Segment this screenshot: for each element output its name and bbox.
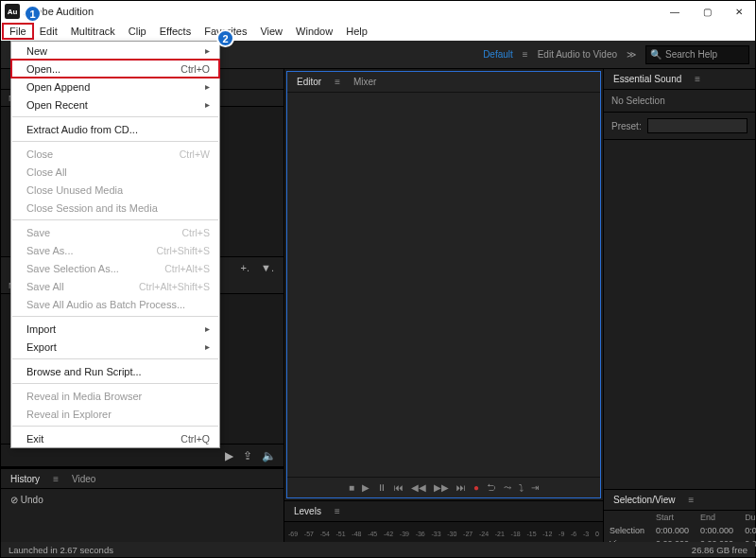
transport-btn-3[interactable]: ⏮ [394, 482, 404, 493]
ess-preset-label: Preset: [611, 121, 642, 131]
transport-btn-2[interactable]: ⏸ [377, 482, 387, 493]
menu-help[interactable]: Help [339, 24, 374, 39]
search-placeholder: Search Help [665, 49, 717, 60]
tab-mixer[interactable]: Mixer [353, 77, 376, 87]
menu-item-label: Export [26, 341, 205, 353]
workspace-more-icon[interactable]: ≫ [627, 49, 636, 60]
annotation-1: 1 [24, 5, 42, 23]
submenu-arrow-icon: ▸ [205, 81, 210, 92]
app-icon: Au [5, 4, 20, 19]
menu-item-open[interactable]: Open...Ctrl+O [11, 60, 219, 78]
menu-item-export[interactable]: Export▸ [11, 338, 219, 356]
transport-btn-0[interactable]: ■ [349, 482, 354, 493]
menu-clip[interactable]: Clip [122, 24, 153, 39]
submenu-arrow-icon: ▸ [205, 323, 210, 334]
selview-menu-icon[interactable]: ≡ [688, 495, 694, 505]
menu-item-browse-and-run-script[interactable]: Browse and Run Script... [11, 362, 219, 380]
menu-item-new[interactable]: New▸ [11, 42, 219, 60]
ruler-tick: -30 [447, 531, 456, 542]
play-icon[interactable]: ▶ [225, 449, 233, 462]
levels-ruler: -69-57-54-51-48-45-42-39-36-33-30-27-24-… [284, 531, 603, 542]
ess-preset-select[interactable] [647, 118, 747, 133]
search-input[interactable]: 🔍 Search Help [645, 45, 749, 64]
app-title: Adobe Audition [24, 6, 659, 17]
transport-btn-8[interactable]: ⮌ [487, 482, 496, 493]
tab-essential-sound[interactable]: Essential Sound [613, 74, 681, 84]
transport-btn-9[interactable]: ⤳ [504, 482, 511, 493]
levels-panel: Levels ≡ -69-57-54-51-48-45-42-39-36-33-… [284, 500, 603, 542]
ess-preset-row: Preset: [604, 113, 755, 140]
menu-item-label: Import [26, 323, 205, 335]
transport-btn-11[interactable]: ⇥ [531, 482, 539, 493]
window-min-button[interactable]: — [659, 1, 691, 22]
ruler-tick: -3 [583, 531, 589, 542]
ruler-tick: -57 [304, 531, 314, 542]
sv-head-cell: Duration [739, 511, 756, 524]
search-icon: 🔍 [650, 49, 662, 60]
transport-btn-10[interactable]: ⤵ [519, 482, 524, 493]
sv-cell[interactable]: 0:00.000 [650, 524, 695, 537]
transport-btn-6[interactable]: ⏭ [456, 482, 466, 493]
menu-item-save-all: Save AllCtrl+Alt+Shift+S [11, 277, 219, 295]
submenu-arrow-icon: ▸ [205, 99, 210, 110]
menu-window[interactable]: Window [289, 24, 339, 39]
workspace-default[interactable]: Default [483, 49, 513, 60]
tab-history[interactable]: History [10, 474, 40, 484]
transport-btn-5[interactable]: ▶▶ [434, 482, 449, 493]
filter-funnel-icon[interactable]: ▼. [261, 262, 274, 273]
menu-item-import[interactable]: Import▸ [11, 320, 219, 338]
menu-multitrack[interactable]: Multitrack [64, 24, 122, 39]
tab-selection-view[interactable]: Selection/View [613, 495, 675, 505]
menu-item-label: Reveal in Media Browser [26, 391, 210, 402]
window-max-button[interactable]: ▢ [691, 1, 723, 22]
workspace-edit-av[interactable]: Edit Audio to Video [538, 49, 617, 60]
menu-item-shortcut: Ctrl+Alt+Shift+S [139, 281, 210, 292]
menu-item-open-append[interactable]: Open Append▸ [11, 78, 219, 96]
editor-menu-icon[interactable]: ≡ [335, 77, 340, 87]
menu-bar: FileEditMultitrackClipEffectsFavoritesVi… [1, 22, 755, 41]
menu-edit[interactable]: Edit [33, 24, 64, 39]
menu-item-label: Open... [26, 63, 180, 75]
ruler-tick: -33 [431, 531, 440, 542]
editor-canvas[interactable]: Editor ≡ Mixer ■▶⏸⏮◀◀▶▶⏭●⮌⤳⤵⇥ [286, 71, 601, 498]
ruler-tick: -36 [416, 531, 425, 542]
ruler-tick: -45 [368, 531, 377, 542]
workspace-menu-icon[interactable]: ≡ [523, 49, 528, 60]
menu-view[interactable]: View [253, 24, 289, 39]
menu-item-reveal-in-explorer: Reveal in Explorer [11, 405, 219, 423]
menu-item-close: CloseCtrl+W [11, 145, 219, 163]
ess-menu-icon[interactable]: ≡ [695, 74, 700, 84]
filter-add-icon[interactable]: +. [241, 262, 249, 273]
transport-btn-1[interactable]: ▶ [362, 482, 369, 493]
tab-video[interactable]: Video [72, 474, 95, 484]
title-bar: Au Adobe Audition — ▢ ✕ [1, 1, 755, 22]
history-menu-icon[interactable]: ≡ [53, 474, 59, 484]
tab-editor[interactable]: Editor [297, 77, 321, 87]
ruler-tick: -39 [400, 531, 409, 542]
menu-item-extract-audio-from-cd[interactable]: Extract Audio from CD... [11, 120, 219, 138]
menu-file[interactable]: File [3, 24, 33, 39]
submenu-arrow-icon: ▸ [205, 341, 210, 352]
menu-item-save-all-audio-as-batch-process: Save All Audio as Batch Process... [11, 295, 219, 313]
menu-separator [12, 219, 218, 220]
menu-item-exit[interactable]: ExitCtrl+Q [11, 429, 219, 447]
menu-effects[interactable]: Effects [153, 24, 198, 39]
editor-empty [287, 93, 600, 477]
window-close-button[interactable]: ✕ [723, 1, 755, 22]
levels-menu-icon[interactable]: ≡ [335, 506, 340, 516]
loop-icon[interactable]: ⇪ [243, 449, 252, 462]
sv-cell[interactable]: 0:00.000 [739, 524, 756, 537]
ruler-tick: -6 [571, 531, 576, 542]
menu-item-label: Open Recent [26, 99, 205, 111]
sv-cell[interactable]: 0:00.000 [695, 524, 739, 537]
status-right: 26.86 GB free [692, 545, 747, 555]
audio-icon[interactable]: 🔈 [262, 449, 276, 462]
menu-item-label: Save All [26, 281, 139, 292]
tab-levels[interactable]: Levels [294, 506, 321, 516]
history-item-undo[interactable]: ⊘ Undo [10, 495, 43, 505]
menu-item-close-all: Close All [11, 163, 219, 181]
transport-btn-7[interactable]: ● [473, 482, 479, 493]
menu-item-open-recent[interactable]: Open Recent▸ [11, 96, 219, 113]
ruler-tick: -15 [526, 531, 536, 542]
transport-btn-4[interactable]: ◀◀ [411, 482, 426, 493]
